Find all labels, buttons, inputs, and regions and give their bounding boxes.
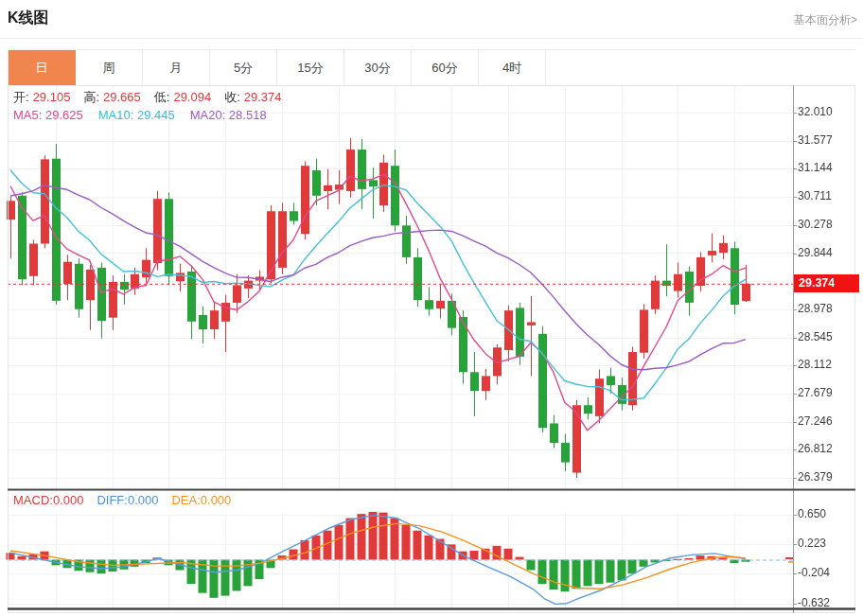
- fundamental-analysis-link[interactable]: 基本面分析>: [794, 12, 857, 28]
- tab-period-3[interactable]: 5分: [210, 50, 277, 85]
- macd-legend: MACD:0.000DIFF:0.000DEA:0.000: [13, 493, 244, 507]
- page-title: K线图: [8, 9, 49, 28]
- price-tick-label-9: 27.679: [798, 386, 853, 399]
- ohlc-value-0: 29.105: [33, 90, 71, 104]
- macd-tick-label-3: -0.632: [798, 596, 853, 609]
- ohlc-key-1: 高:: [83, 90, 99, 104]
- ohlc-legend: 开:29.105高:29.665低:29.094收:29.374: [13, 89, 295, 106]
- tab-period-4[interactable]: 15分: [277, 50, 344, 85]
- ma-legend: MA5: 29.625MA10: 29.445MA20: 28.518: [13, 108, 282, 122]
- price-tick-label-0: 32.010: [798, 105, 853, 118]
- header-divider: [0, 38, 863, 39]
- tab-period-5[interactable]: 30分: [344, 50, 412, 85]
- price-tick-label-6: 28.978: [798, 302, 853, 315]
- price-tick-label-12: 26.379: [798, 470, 853, 484]
- tab-period-1[interactable]: 周: [76, 50, 143, 85]
- macd-tick-label-1: 0.223: [798, 537, 853, 550]
- ohlc-key-3: 收:: [224, 90, 240, 104]
- price-tick-label-4: 30.278: [798, 218, 853, 231]
- price-tick-label-2: 31.144: [798, 161, 853, 174]
- ma-legend-item-2: MA20: 28.518: [190, 108, 267, 122]
- ma-legend-item-1: MA10: 29.445: [98, 108, 175, 122]
- macd-tick-label-0: 0.650: [798, 507, 853, 520]
- current-price-badge: 29.374: [794, 274, 859, 292]
- price-tick-label-1: 31.577: [798, 133, 853, 147]
- price-tick-label-7: 28.545: [798, 330, 853, 343]
- ohlc-key-2: 低:: [154, 90, 170, 104]
- tab-period-7[interactable]: 4时: [479, 50, 546, 85]
- tab-period-6[interactable]: 60分: [412, 50, 479, 85]
- price-tick-label-10: 27.246: [798, 414, 853, 428]
- ohlc-value-3: 29.374: [244, 90, 282, 104]
- price-tick-label-8: 28.112: [798, 358, 853, 371]
- price-tick-label-3: 30.711: [798, 189, 853, 202]
- period-tab-bar: 日周月5分15分30分60分4时: [8, 49, 855, 85]
- price-tick-label-5: 29.844: [798, 246, 853, 259]
- kline-app: K线图 基本面分析> 日周月5分15分30分60分4时 开:29.105高:29…: [0, 0, 863, 616]
- macd-legend-item-2: DEA:0.000: [171, 493, 231, 507]
- ohlc-key-0: 开:: [13, 90, 29, 104]
- price-tick-label-11: 26.812: [798, 442, 853, 455]
- ohlc-value-1: 29.665: [103, 90, 141, 104]
- ma-legend-item-0: MA5: 29.625: [13, 108, 83, 122]
- macd-legend-item-1: DIFF:0.000: [97, 493, 158, 507]
- macd-legend-item-0: MACD:0.000: [13, 493, 83, 507]
- macd-tick-label-2: -0.204: [798, 566, 853, 579]
- tab-period-0[interactable]: 日: [9, 50, 76, 85]
- ohlc-value-2: 29.094: [173, 90, 211, 104]
- tab-period-2[interactable]: 月: [143, 50, 210, 85]
